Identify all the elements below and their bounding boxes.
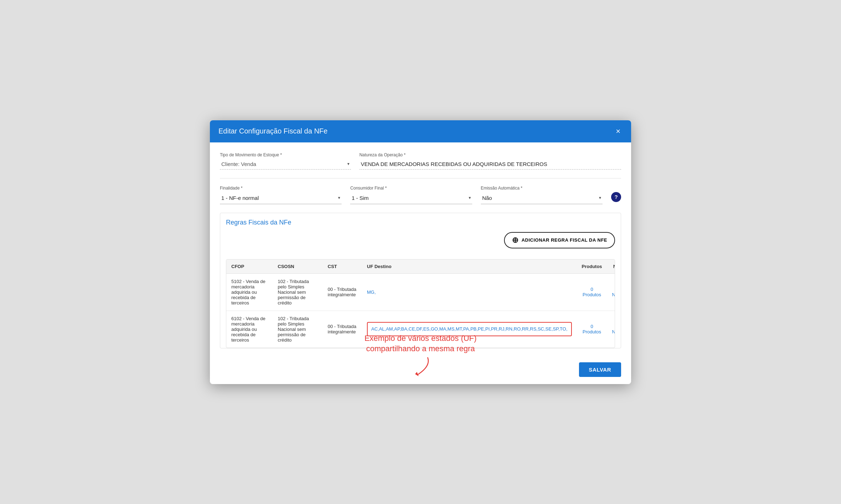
produtos-link-1[interactable]: 0Produtos bbox=[582, 287, 602, 297]
add-rule-label: ADICIONAR REGRA FISCAL DA NFE bbox=[522, 237, 607, 243]
consumidor-final-group: Consumidor Final * 1 - Sim ▾ bbox=[350, 186, 472, 204]
emissao-automatica-group: Emissão Automática * Não ▾ bbox=[481, 186, 603, 204]
uf-destino-cell-1: MG, bbox=[362, 273, 577, 311]
emissao-automatica-select[interactable]: Não ▾ bbox=[481, 192, 603, 204]
tipo-movimento-value: Cliente: Venda bbox=[221, 161, 256, 167]
tipo-movimento-group: Tipo de Movimento de Estoque * Cliente: … bbox=[220, 152, 351, 170]
modal-body: Tipo de Movimento de Estoque * Cliente: … bbox=[210, 142, 631, 348]
finalidade-value: 1 - NF-e normal bbox=[221, 195, 259, 201]
natureza-operacao-label: Natureza da Operação * bbox=[359, 152, 621, 157]
col-uf-destino: UF Destino bbox=[362, 259, 577, 274]
finalidade-group: Finalidade * 1 - NF-e normal ▾ bbox=[220, 186, 342, 204]
natureza-operacao-text: VENDA DE MERCADORIAS RECEBIDAS OU ADQUIR… bbox=[361, 161, 547, 167]
finalidade-arrow-icon: ▾ bbox=[338, 195, 340, 200]
emissao-automatica-value: Não bbox=[482, 195, 492, 201]
cst-cell-2: 00 - Tributada integralmente bbox=[323, 311, 362, 348]
cst-cell-1: 00 - Tributada integralmente bbox=[323, 273, 362, 311]
plus-icon: ⊕ bbox=[512, 236, 519, 245]
emissao-automatica-arrow-icon: ▾ bbox=[599, 195, 601, 200]
tipo-movimento-select[interactable]: Cliente: Venda ▾ bbox=[220, 159, 351, 170]
col-cst: CST bbox=[323, 259, 362, 274]
annotation-area: Exemplo de vários estados (UF)compartilh… bbox=[364, 333, 477, 377]
form-row-2: Finalidade * 1 - NF-e normal ▾ Consumido… bbox=[220, 186, 621, 204]
ncm-link-1[interactable]: 0NCMs bbox=[612, 287, 615, 297]
natureza-operacao-value: VENDA DE MERCADORIAS RECEBIDAS OU ADQUIR… bbox=[359, 159, 621, 170]
add-rule-button[interactable]: ⊕ ADICIONAR REGRA FISCAL DA NFE bbox=[504, 232, 615, 248]
col-cfop: CFOP bbox=[226, 259, 273, 274]
cfop-cell-1: 5102 - Venda de mercadoria adquirida ou … bbox=[226, 273, 273, 311]
table-row: 5102 - Venda de mercadoria adquirida ou … bbox=[226, 273, 615, 311]
save-button[interactable]: SALVAR bbox=[579, 362, 621, 377]
modal-footer: Exemplo de vários estados (UF)compartilh… bbox=[210, 348, 631, 384]
natureza-operacao-group: Natureza da Operação * VENDA DE MERCADOR… bbox=[359, 152, 621, 170]
annotation-arrow-icon bbox=[406, 356, 435, 377]
col-csosn: CSOSN bbox=[273, 259, 323, 274]
finalidade-label: Finalidade * bbox=[220, 186, 342, 191]
finalidade-select[interactable]: 1 - NF-e normal ▾ bbox=[220, 192, 342, 204]
consumidor-final-select[interactable]: 1 - Sim ▾ bbox=[350, 192, 472, 204]
close-button[interactable]: × bbox=[614, 127, 623, 136]
produtos-cell-2: 0Produtos bbox=[577, 311, 607, 348]
help-icon[interactable]: ? bbox=[611, 192, 621, 202]
produtos-link-2[interactable]: 0Produtos bbox=[582, 324, 602, 334]
form-row-1: Tipo de Movimento de Estoque * Cliente: … bbox=[220, 152, 621, 170]
annotation-text: Exemplo de vários estados (UF)compartilh… bbox=[364, 333, 477, 354]
ncm-cell-2: 0NCMs bbox=[607, 311, 615, 348]
produtos-cell-1: 0Produtos bbox=[577, 273, 607, 311]
regras-section-title: Regras Fiscais da NFe bbox=[226, 219, 615, 226]
tipo-movimento-label: Tipo de Movimento de Estoque * bbox=[220, 152, 351, 157]
col-ncm: NCM bbox=[607, 259, 615, 274]
emissao-automatica-label: Emissão Automática * bbox=[481, 186, 603, 191]
regras-inner: Regras Fiscais da NFe ⊕ ADICIONAR REGRA … bbox=[226, 219, 615, 348]
tipo-movimento-arrow-icon: ▾ bbox=[347, 161, 349, 166]
uf-link-1[interactable]: MG, bbox=[367, 289, 376, 295]
col-produtos: Produtos bbox=[577, 259, 607, 274]
csosn-cell-1: 102 - Tributada pelo Simples Nacional se… bbox=[273, 273, 323, 311]
consumidor-final-value: 1 - Sim bbox=[352, 195, 369, 201]
table-header-row: CFOP CSOSN CST UF Destino Produtos NCM A… bbox=[226, 259, 615, 274]
modal-dialog: Editar Configuração Fiscal da NFe × Tipo… bbox=[210, 120, 631, 384]
consumidor-final-label: Consumidor Final * bbox=[350, 186, 472, 191]
ncm-cell-1: 0NCMs bbox=[607, 273, 615, 311]
modal-title: Editar Configuração Fiscal da NFe bbox=[218, 127, 328, 135]
regras-fiscais-section: Regras Fiscais da NFe ⊕ ADICIONAR REGRA … bbox=[220, 213, 621, 348]
consumidor-final-arrow-icon: ▾ bbox=[469, 195, 471, 200]
divider-1 bbox=[220, 178, 621, 178]
ncm-link-2[interactable]: 0NCMs bbox=[612, 324, 615, 334]
cfop-cell-2: 6102 - Venda de mercadoria adquirida ou … bbox=[226, 311, 273, 348]
modal-header: Editar Configuração Fiscal da NFe × bbox=[210, 120, 631, 142]
csosn-cell-2: 102 - Tributada pelo Simples Nacional se… bbox=[273, 311, 323, 348]
